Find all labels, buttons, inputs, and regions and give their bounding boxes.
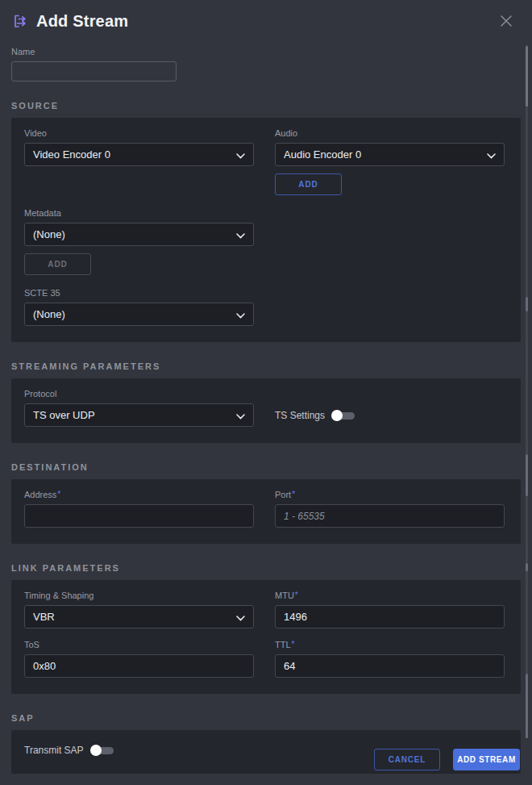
link-parameters-panel: Timing & Shaping VBR MTU* [11, 580, 521, 694]
dialog-title: Add Stream [36, 12, 128, 31]
name-input[interactable] [11, 61, 177, 81]
scrollbar-thumb[interactable] [526, 46, 528, 106]
cancel-button[interactable]: CANCEL [374, 749, 440, 770]
scrollbar-mark [526, 563, 528, 571]
sap-section-title: SAP [11, 713, 521, 723]
address-input[interactable] [24, 504, 254, 528]
audio-select[interactable]: Audio Encoder 0 [275, 143, 505, 166]
source-panel: Video Video Encoder 0 Audio Audio Encode… [11, 118, 521, 342]
mtu-input[interactable] [275, 605, 505, 628]
add-stream-button[interactable]: ADD STREAM [453, 749, 520, 770]
ts-settings-toggle[interactable] [331, 410, 355, 421]
destination-section-title: DESTINATION [11, 462, 521, 472]
port-label: Port* [275, 490, 505, 499]
required-asterisk: * [295, 591, 298, 599]
audio-select-value: Audio Encoder 0 [284, 148, 487, 161]
source-section-title: SOURCE [11, 101, 521, 111]
scrollbar-mark [526, 454, 528, 496]
ts-settings-label: TS Settings [275, 410, 325, 421]
name-label: Name [11, 47, 177, 56]
metadata-add-button[interactable]: ADD [24, 253, 91, 275]
scte35-select-value: (None) [33, 308, 236, 320]
required-asterisk: * [292, 490, 295, 499]
chevron-down-icon [236, 228, 245, 242]
protocol-select[interactable]: TS over UDP [24, 403, 254, 427]
video-select[interactable]: Video Encoder 0 [24, 143, 254, 166]
audio-add-button[interactable]: ADD [275, 173, 342, 195]
ts-settings-toggle-row: TS Settings [275, 410, 505, 421]
mtu-label: MTU* [275, 591, 505, 600]
chevron-down-icon [236, 307, 245, 322]
stream-out-icon [11, 12, 29, 30]
protocol-select-value: TS over UDP [33, 409, 236, 421]
scte35-label: SCTE 35 [24, 288, 254, 298]
scrollbar-mark [526, 674, 528, 738]
dialog-header: Add Stream [11, 0, 521, 31]
video-label: Video [24, 128, 254, 138]
streaming-section-title: STREAMING PARAMETERS [11, 361, 521, 371]
destination-panel: Address* Port* [11, 479, 521, 544]
close-icon[interactable] [497, 11, 516, 31]
add-stream-dialog: Add Stream Name SOURCE Video Video Encod… [0, 0, 532, 785]
ttl-input[interactable] [275, 654, 505, 678]
address-label: Address* [24, 490, 254, 499]
ttl-label: TTL* [275, 640, 505, 649]
video-select-value: Video Encoder 0 [33, 148, 236, 161]
streaming-panel: Protocol TS over UDP TS Settings [11, 378, 521, 443]
toggle-knob [331, 410, 343, 421]
chevron-down-icon [236, 610, 245, 624]
chevron-down-icon [236, 408, 245, 423]
chevron-down-icon [487, 148, 496, 162]
required-asterisk: * [57, 490, 60, 499]
dialog-footer: CANCEL ADD STREAM [0, 749, 520, 770]
audio-label: Audio [275, 128, 505, 138]
scrollbar-mark [526, 297, 528, 311]
metadata-select[interactable]: (None) [24, 223, 254, 246]
tos-label: ToS [24, 640, 254, 649]
chevron-down-icon [236, 148, 245, 162]
port-input[interactable] [275, 504, 505, 528]
tos-input[interactable] [24, 654, 254, 678]
timing-shaping-select-value: VBR [33, 611, 236, 623]
timing-shaping-label: Timing & Shaping [24, 591, 254, 600]
scrollbar-track[interactable] [526, 44, 528, 738]
name-field-group: Name [11, 47, 177, 81]
metadata-label: Metadata [24, 208, 254, 218]
link-parameters-section-title: LINK PARAMETERS [11, 563, 521, 573]
metadata-select-value: (None) [33, 228, 236, 240]
scte35-select[interactable]: (None) [24, 303, 254, 326]
timing-shaping-select[interactable]: VBR [24, 605, 254, 628]
required-asterisk: * [292, 640, 295, 649]
protocol-label: Protocol [24, 389, 254, 399]
